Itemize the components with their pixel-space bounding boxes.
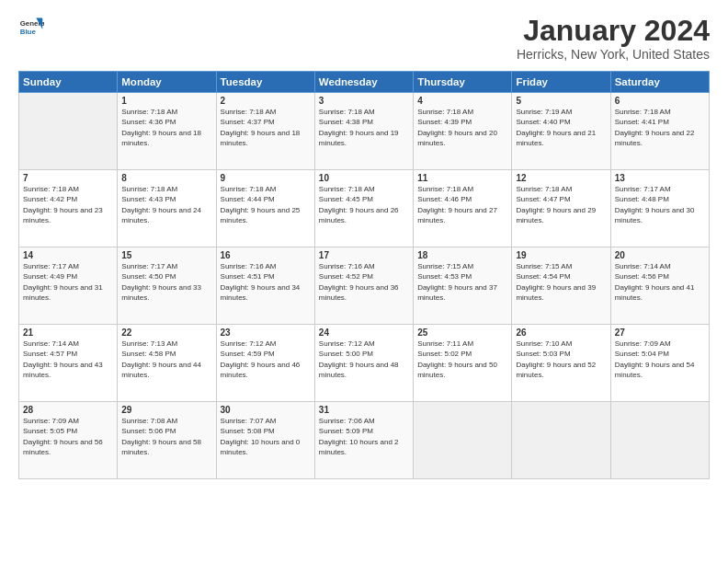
table-row: 28Sunrise: 7:09 AM Sunset: 5:05 PM Dayli… bbox=[19, 402, 118, 479]
day-info: Sunrise: 7:17 AM Sunset: 4:49 PM Dayligh… bbox=[23, 261, 113, 303]
day-info: Sunrise: 7:06 AM Sunset: 5:09 PM Dayligh… bbox=[319, 416, 409, 457]
day-info: Sunrise: 7:15 AM Sunset: 4:54 PM Dayligh… bbox=[516, 261, 606, 303]
day-info: Sunrise: 7:13 AM Sunset: 4:58 PM Dayligh… bbox=[121, 339, 211, 380]
day-info: Sunrise: 7:17 AM Sunset: 4:48 PM Dayligh… bbox=[615, 184, 705, 225]
day-info: Sunrise: 7:18 AM Sunset: 4:38 PM Dayligh… bbox=[319, 107, 409, 148]
day-number: 14 bbox=[23, 250, 113, 260]
table-row: 20Sunrise: 7:14 AM Sunset: 4:56 PM Dayli… bbox=[610, 247, 709, 325]
day-number: 2 bbox=[221, 96, 311, 106]
day-number: 21 bbox=[23, 327, 113, 338]
day-info: Sunrise: 7:18 AM Sunset: 4:44 PM Dayligh… bbox=[221, 184, 311, 225]
day-number: 22 bbox=[121, 327, 211, 338]
calendar-table: Sunday Monday Tuesday Wednesday Thursday… bbox=[18, 71, 710, 479]
day-info: Sunrise: 7:14 AM Sunset: 4:56 PM Dayligh… bbox=[615, 261, 705, 303]
table-row: 6Sunrise: 7:18 AM Sunset: 4:41 PM Daylig… bbox=[610, 93, 709, 170]
table-row: 22Sunrise: 7:13 AM Sunset: 4:58 PM Dayli… bbox=[118, 325, 216, 402]
day-info: Sunrise: 7:17 AM Sunset: 4:50 PM Dayligh… bbox=[121, 261, 211, 303]
page: General Blue January 2024 Herricks, New … bbox=[0, 0, 728, 563]
day-info: Sunrise: 7:12 AM Sunset: 4:59 PM Dayligh… bbox=[221, 339, 311, 380]
day-number: 24 bbox=[319, 327, 409, 338]
weekday-header-row: Sunday Monday Tuesday Wednesday Thursday… bbox=[19, 72, 710, 93]
calendar-subtitle: Herricks, New York, United States bbox=[517, 47, 710, 62]
day-number: 26 bbox=[516, 327, 606, 338]
day-number: 3 bbox=[319, 96, 409, 106]
day-info: Sunrise: 7:12 AM Sunset: 5:00 PM Dayligh… bbox=[319, 339, 409, 380]
day-info: Sunrise: 7:18 AM Sunset: 4:43 PM Dayligh… bbox=[121, 184, 211, 225]
day-number: 4 bbox=[417, 96, 507, 106]
table-row: 23Sunrise: 7:12 AM Sunset: 4:59 PM Dayli… bbox=[216, 325, 314, 402]
table-row: 14Sunrise: 7:17 AM Sunset: 4:49 PM Dayli… bbox=[19, 247, 118, 325]
header-wednesday: Wednesday bbox=[314, 72, 413, 93]
day-number: 7 bbox=[23, 173, 113, 183]
day-number: 9 bbox=[221, 173, 311, 183]
calendar-week-row: 14Sunrise: 7:17 AM Sunset: 4:49 PM Dayli… bbox=[19, 247, 710, 325]
day-info: Sunrise: 7:18 AM Sunset: 4:39 PM Dayligh… bbox=[417, 107, 507, 148]
table-row: 5Sunrise: 7:19 AM Sunset: 4:40 PM Daylig… bbox=[512, 93, 610, 170]
table-row: 16Sunrise: 7:16 AM Sunset: 4:51 PM Dayli… bbox=[216, 247, 314, 325]
table-row: 7Sunrise: 7:18 AM Sunset: 4:42 PM Daylig… bbox=[19, 170, 118, 247]
day-number: 6 bbox=[615, 96, 705, 106]
day-info: Sunrise: 7:10 AM Sunset: 5:03 PM Dayligh… bbox=[516, 339, 606, 380]
header-saturday: Saturday bbox=[610, 72, 709, 93]
day-info: Sunrise: 7:11 AM Sunset: 5:02 PM Dayligh… bbox=[417, 339, 507, 380]
calendar-title: January 2024 bbox=[517, 15, 710, 47]
day-info: Sunrise: 7:08 AM Sunset: 5:06 PM Dayligh… bbox=[121, 416, 211, 457]
svg-text:Blue: Blue bbox=[20, 28, 37, 36]
day-info: Sunrise: 7:07 AM Sunset: 5:08 PM Dayligh… bbox=[221, 416, 311, 457]
day-number: 28 bbox=[23, 405, 113, 415]
calendar-week-row: 28Sunrise: 7:09 AM Sunset: 5:05 PM Dayli… bbox=[19, 402, 710, 479]
day-number: 1 bbox=[121, 96, 211, 106]
day-info: Sunrise: 7:18 AM Sunset: 4:47 PM Dayligh… bbox=[516, 184, 606, 225]
day-info: Sunrise: 7:18 AM Sunset: 4:46 PM Dayligh… bbox=[417, 184, 507, 225]
day-info: Sunrise: 7:18 AM Sunset: 4:37 PM Dayligh… bbox=[221, 107, 311, 148]
table-row: 27Sunrise: 7:09 AM Sunset: 5:04 PM Dayli… bbox=[610, 325, 709, 402]
day-number: 31 bbox=[319, 405, 409, 415]
table-row: 10Sunrise: 7:18 AM Sunset: 4:45 PM Dayli… bbox=[314, 170, 413, 247]
table-row: 2Sunrise: 7:18 AM Sunset: 4:37 PM Daylig… bbox=[216, 93, 314, 170]
day-info: Sunrise: 7:16 AM Sunset: 4:52 PM Dayligh… bbox=[319, 261, 409, 303]
header: General Blue January 2024 Herricks, New … bbox=[18, 15, 710, 62]
header-thursday: Thursday bbox=[414, 72, 512, 93]
day-number: 12 bbox=[516, 173, 606, 183]
table-row bbox=[610, 402, 709, 479]
logo: General Blue bbox=[18, 15, 44, 40]
day-number: 29 bbox=[121, 405, 211, 415]
day-info: Sunrise: 7:18 AM Sunset: 4:36 PM Dayligh… bbox=[121, 107, 211, 148]
table-row bbox=[19, 93, 118, 170]
day-number: 15 bbox=[121, 250, 211, 260]
day-number: 30 bbox=[221, 405, 311, 415]
logo-icon: General Blue bbox=[18, 15, 44, 40]
table-row: 12Sunrise: 7:18 AM Sunset: 4:47 PM Dayli… bbox=[512, 170, 610, 247]
day-number: 18 bbox=[417, 250, 507, 260]
title-block: January 2024 Herricks, New York, United … bbox=[517, 15, 710, 62]
table-row: 21Sunrise: 7:14 AM Sunset: 4:57 PM Dayli… bbox=[19, 325, 118, 402]
table-row: 31Sunrise: 7:06 AM Sunset: 5:09 PM Dayli… bbox=[314, 402, 413, 479]
day-info: Sunrise: 7:18 AM Sunset: 4:41 PM Dayligh… bbox=[615, 107, 705, 148]
table-row: 8Sunrise: 7:18 AM Sunset: 4:43 PM Daylig… bbox=[118, 170, 216, 247]
day-info: Sunrise: 7:09 AM Sunset: 5:05 PM Dayligh… bbox=[23, 416, 113, 457]
header-friday: Friday bbox=[512, 72, 610, 93]
header-sunday: Sunday bbox=[19, 72, 118, 93]
table-row: 1Sunrise: 7:18 AM Sunset: 4:36 PM Daylig… bbox=[118, 93, 216, 170]
day-info: Sunrise: 7:14 AM Sunset: 4:57 PM Dayligh… bbox=[23, 339, 113, 380]
day-number: 25 bbox=[417, 327, 507, 338]
table-row: 26Sunrise: 7:10 AM Sunset: 5:03 PM Dayli… bbox=[512, 325, 610, 402]
day-number: 16 bbox=[221, 250, 311, 260]
day-number: 23 bbox=[221, 327, 311, 338]
table-row bbox=[512, 402, 610, 479]
table-row: 13Sunrise: 7:17 AM Sunset: 4:48 PM Dayli… bbox=[610, 170, 709, 247]
header-tuesday: Tuesday bbox=[216, 72, 314, 93]
day-number: 11 bbox=[417, 173, 507, 183]
calendar-week-row: 7Sunrise: 7:18 AM Sunset: 4:42 PM Daylig… bbox=[19, 170, 710, 247]
calendar-body: 1Sunrise: 7:18 AM Sunset: 4:36 PM Daylig… bbox=[19, 93, 710, 479]
table-row: 3Sunrise: 7:18 AM Sunset: 4:38 PM Daylig… bbox=[314, 93, 413, 170]
table-row: 18Sunrise: 7:15 AM Sunset: 4:53 PM Dayli… bbox=[414, 247, 512, 325]
table-row: 19Sunrise: 7:15 AM Sunset: 4:54 PM Dayli… bbox=[512, 247, 610, 325]
table-row: 25Sunrise: 7:11 AM Sunset: 5:02 PM Dayli… bbox=[414, 325, 512, 402]
table-row: 11Sunrise: 7:18 AM Sunset: 4:46 PM Dayli… bbox=[414, 170, 512, 247]
table-row: 30Sunrise: 7:07 AM Sunset: 5:08 PM Dayli… bbox=[216, 402, 314, 479]
table-row bbox=[414, 402, 512, 479]
day-number: 20 bbox=[615, 250, 705, 260]
day-info: Sunrise: 7:18 AM Sunset: 4:45 PM Dayligh… bbox=[319, 184, 409, 225]
day-number: 17 bbox=[319, 250, 409, 260]
